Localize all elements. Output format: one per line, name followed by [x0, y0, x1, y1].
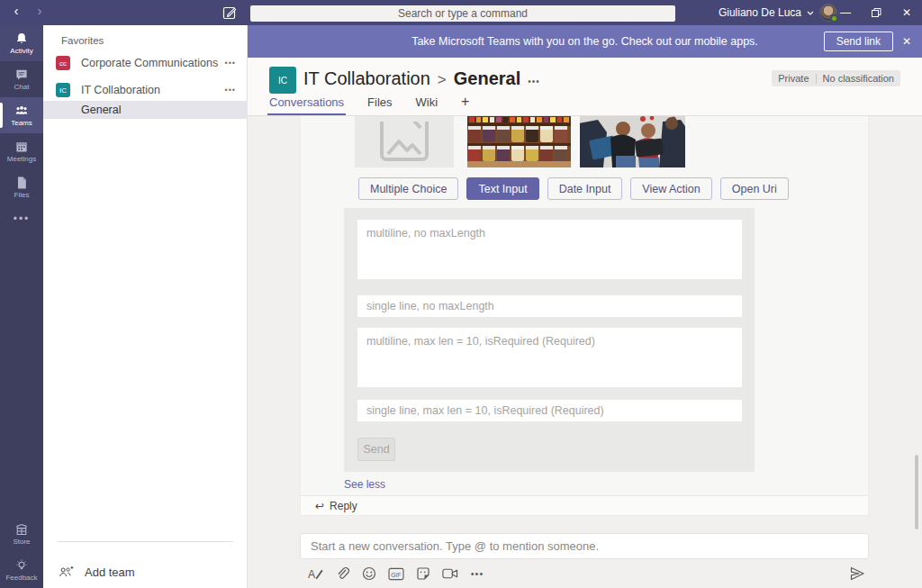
form-send-button[interactable]: Send	[357, 438, 395, 461]
teams-people-icon	[14, 104, 30, 118]
tab-files[interactable]: Files	[367, 95, 392, 115]
new-conversation-input[interactable]	[301, 534, 868, 558]
team-name[interactable]: IT Collaboration	[303, 68, 430, 89]
chat-icon	[14, 68, 29, 82]
mobile-apps-banner: Take Microsoft Teams with you on the go.…	[248, 25, 922, 58]
broken-image-placeholder[interactable]	[355, 116, 454, 167]
rail-spacer	[0, 232, 43, 516]
compose-box	[300, 533, 869, 559]
channel-name: General	[454, 68, 520, 89]
app-rail: Activity Chat Teams Meetings Files ••• S…	[0, 25, 43, 588]
emoji-icon[interactable]	[361, 565, 377, 582]
candy-store-image[interactable]	[467, 116, 571, 167]
candy-store-picture	[467, 116, 571, 167]
rail-item-meetings[interactable]: Meetings	[0, 133, 43, 169]
add-team-icon	[59, 565, 74, 579]
team-badge: cc	[56, 56, 70, 70]
message-card: Multiple Choice Text Input Date Input Vi…	[300, 116, 869, 516]
store-icon	[14, 522, 29, 537]
svg-text:A: A	[308, 568, 316, 581]
sidebar-team-corporate-communications[interactable]: cc Corporate Communications •••	[43, 50, 248, 76]
user-menu[interactable]: Giuliano De Luca	[719, 0, 837, 25]
tab-wiki[interactable]: Wiki	[416, 95, 438, 115]
sidebar-divider	[57, 541, 233, 542]
text-input-button[interactable]: Text Input	[466, 177, 538, 200]
lightbulb-icon	[14, 558, 29, 573]
calendar-icon	[14, 140, 29, 154]
single-line-input-1[interactable]	[357, 295, 742, 317]
tab-conversations[interactable]: Conversations	[269, 95, 344, 115]
privacy-chip: Private No classification	[772, 70, 900, 86]
channel-sidebar: Favorites cc Corporate Communications ••…	[43, 25, 248, 588]
conversation-pane: Multiple Choice Text Input Date Input Vi…	[248, 116, 922, 588]
forward-icon[interactable]: ›	[31, 3, 49, 18]
bell-icon	[14, 32, 29, 46]
reply-label: Reply	[330, 500, 357, 512]
kids-with-laptop-picture	[580, 116, 685, 167]
team-more-icon[interactable]: •••	[225, 59, 236, 68]
restore-button[interactable]	[861, 0, 891, 25]
card-action-buttons: Multiple Choice Text Input Date Input Vi…	[358, 177, 789, 200]
minimize-button[interactable]: —	[830, 0, 861, 25]
channel-header: IC IT Collaboration > General ••• Privat…	[248, 58, 922, 116]
banner-message: Take Microsoft Teams with you on the go.…	[411, 35, 758, 48]
teams-app-window: ‹ › Giuliano De Luca — ✕ Activity Ch	[0, 0, 922, 588]
title-bar: ‹ › Giuliano De Luca — ✕	[0, 0, 922, 25]
scrollbar-thumb[interactable]	[915, 455, 918, 529]
chevron-down-icon	[807, 11, 814, 15]
back-icon[interactable]: ‹	[7, 3, 25, 18]
open-uri-button[interactable]: Open Uri	[720, 177, 789, 200]
privacy-badge: Private	[772, 73, 815, 84]
classification-badge: No classification	[817, 73, 900, 84]
attach-icon[interactable]	[334, 565, 350, 582]
send-link-button[interactable]: Send link	[824, 32, 893, 51]
send-message-icon[interactable]	[849, 565, 865, 582]
rail-item-teams[interactable]: Teams	[0, 97, 43, 133]
compose-more-icon[interactable]: •••	[469, 565, 485, 582]
sidebar-channel-general[interactable]: General	[43, 101, 248, 119]
document-icon	[15, 176, 28, 190]
rail-item-feedback[interactable]: Feedback	[0, 552, 43, 588]
single-line-input-2[interactable]	[357, 400, 742, 421]
compose-toolbar: A GIF •••	[307, 565, 485, 582]
format-icon[interactable]: A	[307, 565, 323, 582]
text-input-form: Send	[344, 208, 755, 472]
rail-item-chat[interactable]: Chat	[0, 61, 43, 97]
multiple-choice-button[interactable]: Multiple Choice	[358, 177, 458, 200]
channel-title: IT Collaboration > General •••	[303, 68, 540, 89]
image-placeholder-icon	[379, 122, 429, 163]
user-name: Giuliano De Luca	[719, 6, 801, 19]
kids-with-laptop-image[interactable]	[580, 116, 685, 167]
close-button[interactable]: ✕	[891, 0, 922, 25]
window-controls: — ✕	[830, 0, 922, 25]
team-avatar: IC	[269, 67, 296, 94]
sidebar-team-it-collaboration[interactable]: IC IT Collaboration •••	[43, 77, 248, 103]
search-box	[250, 5, 675, 21]
rail-more-icon[interactable]: •••	[0, 205, 43, 232]
team-more-icon[interactable]: •••	[225, 86, 236, 95]
sticker-icon[interactable]	[415, 565, 431, 582]
svg-text:GIF: GIF	[391, 571, 401, 577]
channel-tabs: Conversations Files Wiki +	[269, 94, 469, 115]
add-tab-icon[interactable]: +	[461, 94, 469, 115]
multiline-input-2[interactable]	[357, 328, 742, 387]
reply-arrow-icon: ↩	[315, 500, 324, 512]
meet-now-icon[interactable]	[442, 565, 458, 582]
rail-item-files[interactable]: Files	[0, 169, 43, 205]
team-badge: IC	[56, 83, 70, 97]
date-input-button[interactable]: Date Input	[547, 177, 623, 200]
gif-icon[interactable]: GIF	[388, 565, 404, 582]
channel-more-icon[interactable]: •••	[528, 77, 540, 86]
new-chat-icon[interactable]	[222, 5, 237, 20]
search-input[interactable]	[250, 5, 675, 22]
see-less-link[interactable]: See less	[344, 478, 385, 491]
multiline-input-1[interactable]	[357, 220, 742, 279]
view-action-button[interactable]: View Action	[630, 177, 711, 200]
add-team-button[interactable]: Add team	[43, 558, 248, 585]
rail-item-store[interactable]: Store	[0, 516, 43, 552]
banner-close-icon[interactable]: ✕	[899, 33, 915, 50]
rail-item-activity[interactable]: Activity	[0, 25, 43, 61]
breadcrumb-separator: >	[438, 71, 447, 89]
reply-row[interactable]: ↩ Reply	[301, 495, 868, 515]
favorites-section-label: Favorites	[61, 35, 104, 46]
